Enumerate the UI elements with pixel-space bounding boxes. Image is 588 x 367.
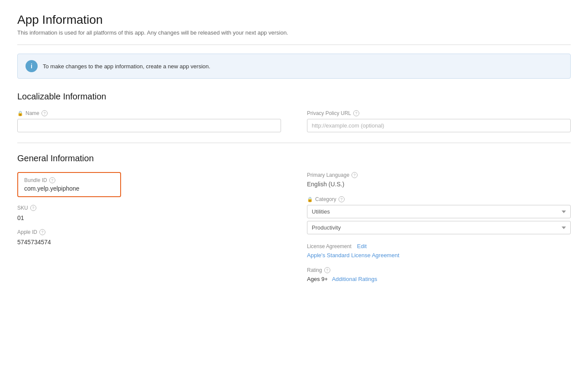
rating-field-group: Rating ? Ages 9+ Additional Ratings xyxy=(307,267,571,282)
sku-help-icon[interactable]: ? xyxy=(30,205,36,211)
rating-help-icon[interactable]: ? xyxy=(324,267,330,273)
name-help-icon[interactable]: ? xyxy=(42,110,48,116)
name-lock-icon: 🔒 xyxy=(17,111,23,116)
info-banner: i To make changes to the app information… xyxy=(17,54,571,79)
privacy-policy-label: Privacy Policy URL ? xyxy=(307,110,571,116)
subcategory-select[interactable]: Productivity xyxy=(307,221,571,234)
primary-language-label: Primary Language ? xyxy=(307,172,571,178)
info-icon: i xyxy=(26,60,38,72)
header-divider xyxy=(17,45,571,45)
page-title: App Information xyxy=(17,13,571,27)
name-input[interactable] xyxy=(17,119,281,132)
sku-field-group: SKU ? 01 xyxy=(17,205,281,221)
primary-language-value: English (U.S.) xyxy=(307,181,571,188)
section-divider xyxy=(17,143,571,143)
license-agreement-label: License Agreement Edit xyxy=(307,243,571,249)
page-subtitle: This information is used for all platfor… xyxy=(17,29,571,36)
license-edit-link[interactable]: Edit xyxy=(357,243,367,249)
bundle-id-value: com.yelp.yelpiphone xyxy=(24,185,114,192)
additional-ratings-link[interactable]: Additional Ratings xyxy=(332,276,377,282)
general-section-title: General Information xyxy=(17,153,571,163)
bundle-id-help-icon[interactable]: ? xyxy=(49,177,55,183)
primary-language-help-icon[interactable]: ? xyxy=(352,172,358,178)
localizable-fields: 🔒 Name ? Privacy Policy URL ? xyxy=(17,110,571,132)
name-field-group: 🔒 Name ? xyxy=(17,110,281,132)
general-fields-layout: Bundle ID ? com.yelp.yelpiphone SKU ? 01 xyxy=(17,172,571,282)
sku-value: 01 xyxy=(17,214,281,221)
sku-label: SKU ? xyxy=(17,205,281,211)
privacy-policy-input[interactable] xyxy=(307,119,571,132)
category-select[interactable]: Utilities xyxy=(307,205,571,218)
localizable-section-title: Localizable Information xyxy=(17,92,571,102)
bundle-id-box: Bundle ID ? com.yelp.yelpiphone xyxy=(17,172,121,197)
category-field-group: 🔒 Category ? Utilities Productivity xyxy=(307,196,571,234)
apple-id-label: Apple ID ? xyxy=(17,229,281,235)
primary-language-field-group: Primary Language ? English (U.S.) xyxy=(307,172,571,188)
apple-id-help-icon[interactable]: ? xyxy=(39,229,45,235)
apple-id-value: 5745734574 xyxy=(17,238,281,246)
privacy-policy-help-icon[interactable]: ? xyxy=(353,110,359,116)
privacy-policy-field-group: Privacy Policy URL ? xyxy=(307,110,571,132)
apple-id-field-group: Apple ID ? 5745734574 xyxy=(17,229,281,246)
general-left-col: Bundle ID ? com.yelp.yelpiphone SKU ? 01 xyxy=(17,172,281,282)
license-link[interactable]: Apple's Standard License Agreement xyxy=(307,252,571,258)
general-section: General Information Bundle ID ? com.yelp… xyxy=(17,153,571,282)
category-help-icon[interactable]: ? xyxy=(339,196,345,202)
category-label: 🔒 Category ? xyxy=(307,196,571,202)
name-label: 🔒 Name ? xyxy=(17,110,281,116)
rating-value: Ages 9+ Additional Ratings xyxy=(307,276,571,282)
category-lock-icon: 🔒 xyxy=(307,197,313,202)
bundle-id-label: Bundle ID ? xyxy=(24,177,114,183)
bundle-id-group: Bundle ID ? com.yelp.yelpiphone xyxy=(17,172,281,197)
rating-label: Rating ? xyxy=(307,267,571,273)
license-agreement-field-group: License Agreement Edit Apple's Standard … xyxy=(307,243,571,258)
general-right-col: Primary Language ? English (U.S.) 🔒 Cate… xyxy=(307,172,571,282)
info-banner-text: To make changes to the app information, … xyxy=(43,63,210,70)
